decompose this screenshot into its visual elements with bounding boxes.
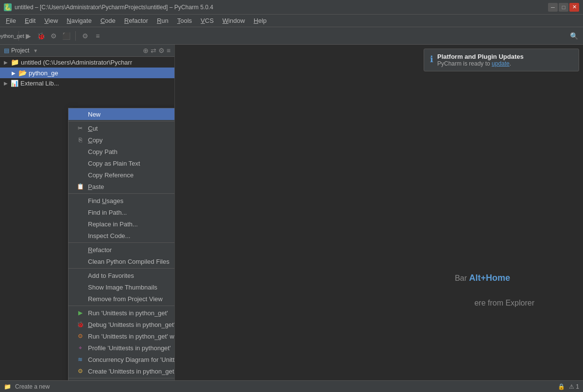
ctx-thumbnails[interactable]: Show Image Thumbnails Ctrl+Shift+T bbox=[69, 281, 175, 293]
menu-file[interactable]: File bbox=[2, 16, 20, 25]
ctx-paste[interactable]: 📋 Paste Ctrl+V bbox=[69, 181, 175, 192]
toolbar-settings-button[interactable]: ⚙ bbox=[80, 31, 90, 41]
toolbar-coverage-button[interactable]: ⚙ bbox=[48, 31, 59, 41]
window-controls: ─ □ ✕ bbox=[548, 3, 579, 12]
notification-content: Platform and Plugin Updates PyCharm is r… bbox=[437, 53, 573, 67]
window-title: untitled – [C:\Users\Administrator\Pycha… bbox=[15, 4, 213, 11]
toolbar-search-button[interactable]: 🔍 bbox=[568, 31, 579, 41]
menu-code[interactable]: Code bbox=[97, 16, 120, 25]
project-dropdown-icon[interactable]: ▼ bbox=[33, 48, 38, 53]
menu-navigate[interactable]: Navigate bbox=[63, 16, 95, 25]
ctx-find-path-label: Find in Path... bbox=[88, 209, 127, 216]
tree-label-python-get: python_ge bbox=[29, 69, 58, 77]
ctx-copy-ref-left: Copy Reference bbox=[76, 171, 134, 179]
menu-vcs[interactable]: VCS bbox=[197, 16, 218, 25]
toolbar-python-get: 📁 python_get ▼ bbox=[4, 31, 15, 41]
notification-pre-text: PyCharm is ready to bbox=[437, 60, 492, 67]
minimize-button[interactable]: ─ bbox=[548, 3, 558, 12]
ctx-debug[interactable]: 🐞 Debug 'Unittests in python_get' bbox=[69, 319, 175, 330]
ctx-remove[interactable]: Remove from Project View Delete bbox=[69, 293, 175, 305]
ctx-thumbnails-label: Show Image Thumbnails bbox=[88, 284, 157, 291]
ctx-remove-label: Remove from Project View bbox=[88, 295, 163, 303]
ctx-find-path-left: Find in Path... bbox=[76, 208, 127, 216]
ctx-cut-label: Cut bbox=[88, 125, 98, 132]
sidebar-tool-sync[interactable]: ⇄ bbox=[151, 47, 156, 54]
tree-item-external-libs[interactable]: ▶ 📊 External Lib... bbox=[0, 78, 174, 88]
ctx-run[interactable]: ▶ Run 'Unittests in python_get' Ctrl+F9 bbox=[69, 307, 175, 319]
ctx-clean-python[interactable]: Clean Python Compiled Files bbox=[69, 256, 175, 267]
menu-run[interactable]: Run bbox=[153, 16, 172, 25]
ctx-copy-path[interactable]: Copy Path Ctrl+Shift+C bbox=[69, 146, 175, 157]
scissors-icon: ✂ bbox=[76, 124, 84, 132]
toolbar-run-button[interactable]: ▶ bbox=[23, 31, 34, 41]
sidebar-tool-add[interactable]: ⊕ bbox=[143, 47, 149, 54]
ctx-copy-plain[interactable]: Copy as Plain Text bbox=[69, 157, 175, 169]
ctx-find-path[interactable]: Find in Path... Ctrl+Shift+F bbox=[69, 206, 175, 218]
ctx-favorites-label: Add to Favorites bbox=[88, 272, 134, 279]
project-icon: ▤ bbox=[4, 47, 9, 54]
ctx-concurrency-left: ≋ Concurrency Diagram for 'Unittests in … bbox=[76, 356, 175, 363]
toolbar-stop-button[interactable]: ⬛ bbox=[61, 31, 71, 41]
copy-ref-icon bbox=[76, 171, 84, 179]
menu-help[interactable]: Help bbox=[250, 16, 271, 25]
ctx-thumbnails-left: Show Image Thumbnails bbox=[76, 283, 157, 291]
library-icon: 📊 bbox=[11, 80, 18, 87]
ctx-favorites[interactable]: Add to Favorites ▶ bbox=[69, 270, 175, 281]
ctx-refactor[interactable]: Refactor ▶ bbox=[69, 244, 175, 256]
close-button[interactable]: ✕ bbox=[569, 3, 579, 12]
notification-text: PyCharm is ready to update. bbox=[437, 60, 573, 67]
sidebar-tool-collapse[interactable]: ≡ bbox=[167, 47, 171, 54]
ctx-copy-ref[interactable]: Copy Reference Ctrl+Alt+Shift+C bbox=[69, 169, 175, 181]
ctx-create[interactable]: ⚙ Create 'Unittests in python_get'... bbox=[69, 365, 175, 377]
ctx-profile-left: ⌖ Profile 'Unittests in pythonget' bbox=[76, 344, 171, 352]
ctx-inspect[interactable]: Inspect Code... bbox=[69, 230, 175, 241]
menu-refactor[interactable]: Refactor bbox=[120, 16, 152, 25]
ctx-replace-path-label: Replace in Path... bbox=[88, 221, 138, 228]
ctx-copy-path-left: Copy Path bbox=[76, 148, 118, 155]
sidebar-header: ▤ Project ▼ ⊕ ⇄ ⚙ ≡ bbox=[0, 45, 174, 57]
ctx-sep-1 bbox=[69, 193, 175, 194]
ctx-sep-4 bbox=[69, 306, 175, 306]
app-icon: 🐍 bbox=[4, 3, 12, 11]
ctx-replace-path-left: Replace in Path... bbox=[76, 220, 138, 228]
sidebar: ▤ Project ▼ ⊕ ⇄ ⚙ ≡ ▶ 📁 untitled (C:\Use… bbox=[0, 45, 175, 380]
ctx-replace-path[interactable]: Replace in Path... Ctrl+Shift+R bbox=[69, 218, 175, 230]
ctx-create-label: Create 'Unittests in python_get'... bbox=[88, 368, 175, 375]
ctx-paste-left: 📋 Paste bbox=[76, 183, 104, 190]
new-icon bbox=[76, 110, 84, 118]
concurrency-icon: ≋ bbox=[76, 356, 84, 363]
notification-icon: ℹ bbox=[430, 54, 433, 65]
maximize-button[interactable]: □ bbox=[559, 3, 568, 12]
toolbar-debug-button[interactable]: 🐞 bbox=[35, 31, 46, 41]
menu-tools[interactable]: Tools bbox=[173, 16, 196, 25]
ctx-concurrency[interactable]: ≋ Concurrency Diagram for 'Unittests in … bbox=[69, 354, 175, 365]
ctx-cut[interactable]: ✂ Cut Ctrl+X bbox=[69, 122, 175, 134]
ctx-new-left: New bbox=[76, 110, 101, 118]
copy-plain-icon bbox=[76, 159, 84, 167]
sidebar-tool-settings[interactable]: ⚙ bbox=[158, 47, 165, 54]
ctx-find-usages[interactable]: Find Usages Alt+Shift+F7 bbox=[69, 195, 175, 206]
menu-edit[interactable]: Edit bbox=[21, 16, 39, 25]
ctx-copy[interactable]: ⎘ Copy Ctrl+C bbox=[69, 134, 175, 146]
toolbar-more-button[interactable]: ≡ bbox=[92, 31, 103, 41]
menu-window[interactable]: Window bbox=[219, 16, 249, 25]
ctx-coverage[interactable]: ⚙ Run 'Unittests in python_get' with Cov… bbox=[69, 330, 175, 342]
ctx-copy-plain-left: Copy as Plain Text bbox=[76, 159, 140, 167]
ctx-new[interactable]: New ▶ 📄 File 📁 Directory 📦 bbox=[69, 108, 175, 120]
notification-update-link[interactable]: update bbox=[492, 60, 510, 67]
replace-path-icon bbox=[76, 220, 84, 228]
ctx-run-label: Run 'Unittests in python_get' bbox=[88, 309, 168, 317]
favorites-icon bbox=[76, 272, 84, 279]
status-bar: 📁 Create a new 🔒 ⚠ 1 bbox=[0, 380, 583, 392]
ctx-find-usages-label: Find Usages bbox=[88, 197, 123, 205]
ctx-history[interactable]: 🕐 Local History ▶ bbox=[69, 379, 175, 380]
menu-bar: File Edit View Navigate Code Refactor Ru… bbox=[0, 15, 583, 27]
ctx-clean-python-left: Clean Python Compiled Files bbox=[76, 257, 170, 265]
ctx-clean-python-label: Clean Python Compiled Files bbox=[88, 258, 170, 265]
tree-item-untitled[interactable]: ▶ 📁 untitled (C:\Users\Administrator\Pyc… bbox=[0, 57, 174, 68]
ctx-profile[interactable]: ⌖ Profile 'Unittests in pythonget' bbox=[69, 342, 175, 354]
menu-view[interactable]: View bbox=[40, 16, 62, 25]
ctx-coverage-label: Run 'Unittests in python_get' with Cover… bbox=[88, 333, 175, 340]
tree-item-python-get[interactable]: ▶ 📂 python_ge bbox=[0, 68, 174, 78]
ctx-sep-2 bbox=[69, 242, 175, 243]
